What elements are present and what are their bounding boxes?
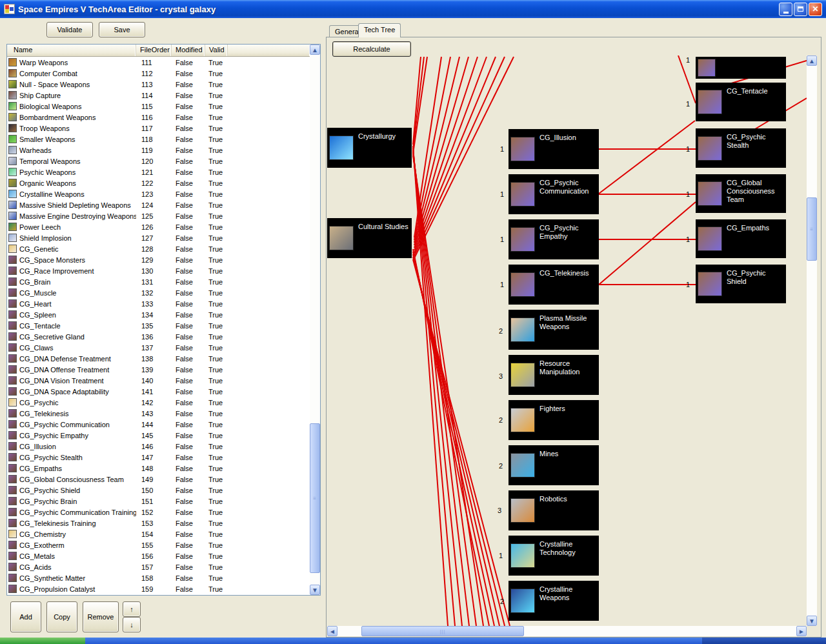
tree-node-cg-illusion[interactable]: CG_Illusion xyxy=(509,129,599,169)
table-row[interactable]: CG_Race Improvement130FalseTrue xyxy=(7,265,310,276)
validate-button[interactable]: Validate xyxy=(46,22,93,37)
table-row[interactable]: Biological Weapons115FalseTrue xyxy=(7,101,310,112)
table-row[interactable]: CG_Muscle132FalseTrue xyxy=(7,287,310,298)
table-row[interactable]: CG_Exotherm155FalseTrue xyxy=(7,539,310,550)
tree-node-cg-psychic-communication[interactable]: CG_Psychic Communication xyxy=(509,174,599,214)
title-bar: Space Empires V TechArea Editor - crysta… xyxy=(0,0,826,18)
tree-node-cg-psychic-stealth[interactable]: CG_Psychic Stealth xyxy=(696,128,786,168)
tree-node-cg-psychic-shield[interactable]: CG_Psychic Shield xyxy=(696,265,786,303)
copy-button[interactable]: Copy xyxy=(46,601,77,632)
move-up-button[interactable]: ↑ xyxy=(123,601,141,617)
tree-node-mines[interactable]: Mines xyxy=(509,445,599,485)
table-row[interactable]: CG_Heart133FalseTrue xyxy=(7,298,310,309)
table-row[interactable]: CG_Psychic Communication144FalseTrue xyxy=(7,419,310,430)
table-row[interactable]: CG_DNA Space Adaptability141FalseTrue xyxy=(7,386,310,397)
tech-tree-canvas[interactable]: CrystallurgyCultural StudiesCG_IllusionC… xyxy=(327,55,807,626)
table-row[interactable]: Ship Capture114FalseTrue xyxy=(7,90,310,101)
tree-node-cg-psychic-empathy[interactable]: CG_Psychic Empathy xyxy=(509,219,599,259)
save-button[interactable]: Save xyxy=(99,22,145,37)
table-row[interactable]: CG_Space Monsters129FalseTrue xyxy=(7,254,310,265)
table-row[interactable]: CG_Psychic Shield150FalseTrue xyxy=(7,485,310,496)
table-row[interactable]: CG_Secretive Gland136FalseTrue xyxy=(7,331,310,342)
tree-node-crystalline-technology[interactable]: Crystalline Technology xyxy=(509,536,599,576)
column-header-name[interactable]: Name xyxy=(7,45,136,56)
tree-vscrollbar-thumb[interactable]: ≡ xyxy=(807,197,817,261)
table-row[interactable]: CG_Chemistry154FalseTrue xyxy=(7,528,310,539)
tree-node-clipped-top-node[interactable] xyxy=(696,57,786,79)
tree-node-cg-global-consciousness-team[interactable]: CG_Global Consciousness Team xyxy=(696,174,786,213)
table-row[interactable]: Computer Combat112FalseTrue xyxy=(7,68,310,79)
column-header-modified[interactable]: Modified xyxy=(172,45,205,56)
table-row[interactable]: CG_Propulsion Catalyst159FalseTrue xyxy=(7,583,310,594)
minimize-button[interactable] xyxy=(779,3,792,16)
table-row[interactable]: CG_Psychic Brain151FalseTrue xyxy=(7,496,310,507)
column-header-valid[interactable]: Valid xyxy=(205,45,228,56)
table-row[interactable]: CG_Psychic Empathy145FalseTrue xyxy=(7,430,310,441)
scroll-up-button[interactable]: ▲ xyxy=(807,55,817,66)
table-row[interactable]: Shield Implosion127FalseTrue xyxy=(7,232,310,243)
scroll-down-button[interactable]: ▼ xyxy=(807,616,817,626)
close-button[interactable]: ✕ xyxy=(809,3,822,16)
tree-node-cg-telekinesis[interactable]: CG_Telekinesis xyxy=(509,265,599,305)
column-header-fileorder[interactable]: FileOrder xyxy=(136,45,172,56)
table-row[interactable]: CG_DNA Vision Treatment140FalseTrue xyxy=(7,375,310,386)
scroll-up-button[interactable]: ▲ xyxy=(310,45,320,55)
tree-node-robotics[interactable]: Robotics xyxy=(509,490,599,530)
scroll-left-button[interactable]: ◄ xyxy=(327,626,337,636)
list-scrollbar-thumb[interactable]: ≡ xyxy=(310,423,320,573)
table-row[interactable]: Temporal Weapons120FalseTrue xyxy=(7,156,310,166)
table-row[interactable]: CG_Tentacle135FalseTrue xyxy=(7,320,310,331)
table-row[interactable]: CG_Psychic Communication Training152Fals… xyxy=(7,507,310,518)
table-row[interactable]: CG_Global Consciousness Team149FalseTrue xyxy=(7,474,310,485)
tree-node-fighters[interactable]: Fighters xyxy=(509,400,599,440)
tree-node-cg-empaths[interactable]: CG_Empaths xyxy=(696,219,786,258)
table-row[interactable]: CG_Empaths148FalseTrue xyxy=(7,463,310,474)
tree-vertical-scrollbar[interactable]: ▲ ≡ ▼ xyxy=(807,55,817,626)
maximize-button[interactable] xyxy=(794,3,807,16)
table-row[interactable]: Troop Weapons117FalseTrue xyxy=(7,123,310,134)
table-row[interactable]: CG_Metals156FalseTrue xyxy=(7,550,310,561)
tree-hscrollbar-thumb[interactable]: ||| xyxy=(361,626,524,636)
tree-node-crystallurgy[interactable]: Crystallurgy xyxy=(327,128,412,168)
table-row[interactable]: Crystalline Weapons123FalseTrue xyxy=(7,188,310,199)
remove-button[interactable]: Remove xyxy=(83,601,119,632)
table-row[interactable]: CG_Telekinesis Training153FalseTrue xyxy=(7,518,310,528)
table-row[interactable]: Power Leech126FalseTrue xyxy=(7,221,310,232)
table-row[interactable]: Null - Space Weapons113FalseTrue xyxy=(7,79,310,90)
add-button[interactable]: Add xyxy=(10,601,41,632)
move-down-button[interactable]: ↓ xyxy=(123,617,141,632)
table-row[interactable]: Bombardment Weapons116FalseTrue xyxy=(7,112,310,123)
tab-tech-tree[interactable]: Tech Tree xyxy=(358,23,401,37)
table-row[interactable]: Massive Engine Destroying Weapons125Fals… xyxy=(7,210,310,221)
tree-node-plasma-missile-weapons[interactable]: Plasma Missile Weapons xyxy=(509,310,599,350)
table-row[interactable]: CG_Illusion146FalseTrue xyxy=(7,441,310,452)
scroll-down-button[interactable]: ▼ xyxy=(310,585,320,595)
table-row[interactable]: CG_Claws137FalseTrue xyxy=(7,342,310,353)
table-row[interactable]: CG_Synthetic Matter158FalseTrue xyxy=(7,572,310,583)
restore-icon xyxy=(798,6,803,12)
table-row[interactable]: CG_Spleen134FalseTrue xyxy=(7,309,310,320)
scroll-right-button[interactable]: ► xyxy=(796,626,807,636)
table-row[interactable]: CG_Acids157FalseTrue xyxy=(7,561,310,572)
table-row[interactable]: CG_Psychic Stealth147FalseTrue xyxy=(7,452,310,463)
table-row[interactable]: Smaller Weapons118FalseTrue xyxy=(7,134,310,145)
tree-node-crystalline-weapons[interactable]: Crystalline Weapons xyxy=(509,581,599,621)
table-row[interactable]: Warp Weapons111FalseTrue xyxy=(7,57,310,68)
table-row[interactable]: CG_DNA Offense Treatment139FalseTrue xyxy=(7,364,310,375)
table-row[interactable]: CG_Brain131FalseTrue xyxy=(7,276,310,287)
table-row[interactable]: CG_DNA Defense Treatment138FalseTrue xyxy=(7,353,310,364)
table-row[interactable]: Organic Weapons122FalseTrue xyxy=(7,177,310,188)
recalculate-button[interactable]: Recalculate xyxy=(332,41,411,57)
table-row[interactable]: Massive Shield Depleting Weapons124False… xyxy=(7,199,310,210)
table-row[interactable]: Warheads119FalseTrue xyxy=(7,145,310,156)
table-row[interactable]: Psychic Weapons121FalseTrue xyxy=(7,166,310,177)
list-vertical-scrollbar[interactable]: ▲ ≡ ▼ xyxy=(310,45,320,595)
table-row[interactable]: CG_Genetic128FalseTrue xyxy=(7,243,310,254)
tree-horizontal-scrollbar[interactable]: ◄ ||| ► xyxy=(327,626,807,636)
cell-name: CG_Empaths xyxy=(7,464,136,472)
tree-node-cg-tentacle[interactable]: CG_Tentacle xyxy=(696,83,786,121)
table-row[interactable]: CG_Telekinesis143FalseTrue xyxy=(7,408,310,419)
table-row[interactable]: CG_Psychic142FalseTrue xyxy=(7,397,310,408)
tree-node-cultural-studies[interactable]: Cultural Studies xyxy=(327,218,412,258)
tree-node-resource-manipulation[interactable]: Resource Manipulation xyxy=(509,355,599,395)
